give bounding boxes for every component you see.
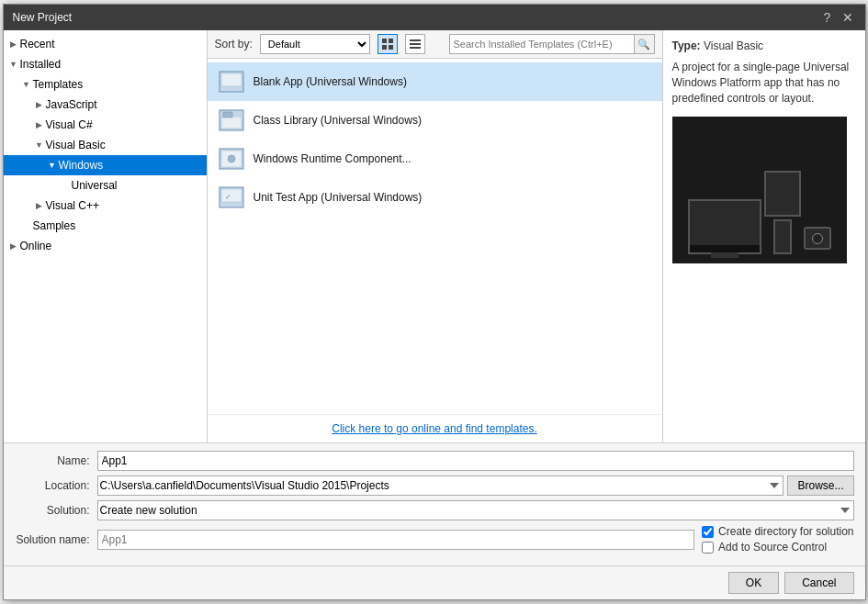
- sidebar-item-installed[interactable]: ▼ Installed: [4, 54, 207, 74]
- template-item-windows-runtime[interactable]: Windows Runtime Component...: [208, 140, 662, 178]
- name-input[interactable]: [97, 451, 854, 471]
- sidebar-label-visual-cpp: Visual C++: [46, 199, 99, 212]
- device-phone: [773, 219, 792, 254]
- content-area: Sort by: Default: [208, 30, 663, 442]
- expand-icon-javascript: ▶: [33, 100, 46, 109]
- sidebar-item-javascript[interactable]: ▶ JavaScript: [4, 95, 207, 115]
- svg-point-14: [228, 155, 235, 162]
- sidebar-label-templates: Templates: [33, 78, 84, 91]
- new-project-dialog: New Project ? ✕ ▶ Recent ▼: [3, 4, 866, 600]
- sidebar-item-templates[interactable]: ▼ Templates: [4, 74, 207, 95]
- cancel-button[interactable]: Cancel: [784, 572, 853, 594]
- template-list: Blank App (Universal Windows) Class Libr…: [208, 59, 662, 414]
- expand-icon-visual-cpp: ▶: [33, 201, 46, 210]
- title-bar-controls: ? ✕: [819, 9, 856, 26]
- sidebar-item-universal[interactable]: Universal: [4, 175, 207, 196]
- info-panel: Type: Visual Basic A project for a singl…: [663, 30, 865, 442]
- info-type-label: Type:: [672, 39, 701, 52]
- dialog-footer: OK Cancel: [4, 565, 865, 599]
- sidebar-item-recent[interactable]: ▶ Recent: [4, 34, 207, 54]
- svg-rect-3: [389, 45, 393, 50]
- dialog-body: ▶ Recent ▼ Installed ▼ Templates: [4, 30, 865, 599]
- name-row: Name:: [15, 451, 854, 471]
- svg-rect-5: [410, 43, 421, 45]
- expand-icon-installed: ▼: [7, 60, 20, 69]
- template-item-class-library[interactable]: Class Library (Universal Windows): [208, 101, 662, 140]
- template-item-blank-app[interactable]: Blank App (Universal Windows): [208, 62, 662, 101]
- template-item-unit-test[interactable]: ✓ Unit Test App (Universal Windows): [208, 178, 662, 217]
- template-icon-blank-app: [217, 67, 246, 96]
- sidebar-item-visual-basic[interactable]: ▼ Visual Basic: [4, 135, 207, 155]
- close-button[interactable]: ✕: [840, 9, 856, 26]
- expand-icon-online: ▶: [7, 241, 20, 251]
- device-image: [672, 117, 847, 263]
- template-name-class-library: Class Library (Universal Windows): [254, 114, 422, 127]
- name-label: Name:: [15, 454, 97, 467]
- search-icon[interactable]: 🔍: [634, 35, 654, 53]
- sidebar-item-visual-csharp[interactable]: ▶ Visual C#: [4, 115, 207, 135]
- toolbar: Sort by: Default: [208, 30, 662, 59]
- svg-rect-0: [382, 39, 387, 43]
- svg-rect-6: [410, 47, 421, 49]
- location-label: Location:: [15, 479, 97, 492]
- solution-label: Solution:: [15, 504, 97, 517]
- sidebar-label-windows: Windows: [59, 159, 104, 172]
- sidebar-label-samples: Samples: [33, 219, 76, 232]
- location-row: Location: C:\Users\a.canfield\Documents\…: [15, 475, 854, 496]
- sort-select[interactable]: Default: [260, 34, 370, 54]
- template-icon-windows-runtime: [217, 144, 246, 173]
- solution-select[interactable]: Create new solution: [97, 500, 854, 520]
- ok-button[interactable]: OK: [728, 572, 779, 594]
- info-description: A project for a single-page Universal Wi…: [672, 60, 856, 106]
- sidebar-item-samples[interactable]: Samples: [4, 216, 207, 236]
- search-box: 🔍: [449, 34, 655, 54]
- checkbox-directory-row: Create directory for solution: [702, 525, 853, 538]
- expand-icon-visual-basic: ▼: [33, 140, 46, 150]
- solution-row: Solution: Create new solution: [15, 500, 854, 520]
- browse-button[interactable]: Browse...: [787, 475, 853, 496]
- title-bar: New Project ? ✕: [4, 5, 865, 30]
- svg-rect-8: [221, 73, 242, 86]
- checkbox-directory[interactable]: [702, 526, 714, 538]
- sidebar-label-recent: Recent: [20, 38, 55, 50]
- device-group: [688, 171, 831, 254]
- solution-name-label: Solution name:: [15, 533, 97, 546]
- template-icon-class-library: [217, 106, 246, 135]
- list-view-button[interactable]: [405, 34, 425, 54]
- sidebar-item-online[interactable]: ▶ Online: [4, 236, 207, 256]
- template-name-blank-app: Blank App (Universal Windows): [254, 75, 407, 88]
- grid-view-button[interactable]: [378, 34, 398, 54]
- dialog-title: New Project: [13, 11, 73, 24]
- svg-rect-4: [410, 39, 421, 41]
- info-type: Type: Visual Basic: [672, 39, 856, 52]
- svg-rect-2: [382, 45, 387, 50]
- template-name-windows-runtime: Windows Runtime Component...: [254, 152, 411, 165]
- sidebar-item-windows[interactable]: ▼ Windows: [4, 155, 207, 175]
- svg-rect-10: [221, 117, 242, 129]
- main-area: ▶ Recent ▼ Installed ▼ Templates: [4, 30, 865, 442]
- location-select[interactable]: C:\Users\a.canfield\Documents\Visual Stu…: [97, 475, 784, 496]
- device-console: [804, 227, 831, 250]
- online-link[interactable]: Click here to go online and find templat…: [208, 414, 662, 442]
- checkbox-source-control[interactable]: [702, 542, 714, 554]
- help-button[interactable]: ?: [819, 9, 836, 26]
- solution-name-input[interactable]: [97, 530, 695, 550]
- sidebar-label-online: Online: [20, 240, 52, 252]
- checkbox-source-row: Add to Source Control: [702, 541, 853, 554]
- info-type-value: Visual Basic: [704, 39, 763, 52]
- expand-icon-visual-csharp: ▶: [33, 120, 46, 129]
- expand-icon-templates: ▼: [20, 80, 33, 89]
- form-area: Name: Location: C:\Users\a.canfield\Docu…: [4, 442, 865, 565]
- svg-rect-11: [223, 112, 232, 117]
- svg-text:✓: ✓: [225, 193, 231, 201]
- sidebar-label-visual-basic: Visual Basic: [46, 139, 106, 151]
- template-name-unit-test: Unit Test App (Universal Windows): [254, 191, 423, 204]
- sidebar-label-installed: Installed: [20, 58, 62, 71]
- search-input[interactable]: [450, 35, 634, 53]
- sidebar-item-visual-cpp[interactable]: ▶ Visual C++: [4, 196, 207, 216]
- sidebar-label-javascript: JavaScript: [46, 98, 97, 111]
- checkbox-directory-label: Create directory for solution: [718, 525, 853, 538]
- solution-name-row: Solution name: Create directory for solu…: [15, 525, 854, 554]
- sidebar: ▶ Recent ▼ Installed ▼ Templates: [4, 30, 208, 442]
- checkbox-source-control-label: Add to Source Control: [718, 541, 827, 554]
